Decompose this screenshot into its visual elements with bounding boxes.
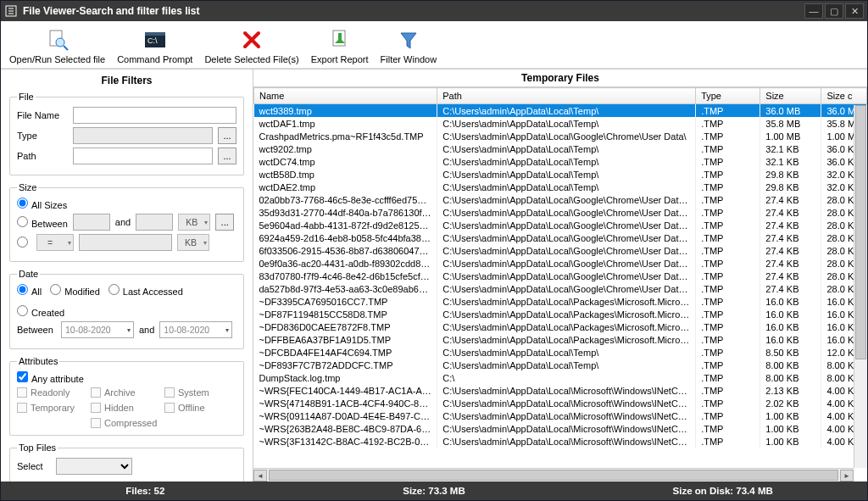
topfiles-select[interactable] [56, 458, 132, 475]
export-report-label: Export Report [311, 54, 369, 64]
any-attribute-checkbox[interactable]: Any attribute [17, 374, 84, 384]
table-row[interactable]: 35d93d31-2770-44df-840a-b7a786130f1f.tmp… [254, 206, 867, 219]
size-unit-select[interactable]: KB [178, 214, 210, 231]
cell-size: 27.4 KB [760, 282, 821, 295]
table-row[interactable]: 0e9f0a36-ac20-4431-a0db-f89302cdd86c.tmp… [254, 257, 867, 270]
table-row[interactable]: 6f033506-2915-4536-8b87-d63806047592.tmp… [254, 244, 867, 257]
system-checkbox[interactable]: System [164, 387, 236, 398]
horizontal-scrollbar[interactable]: ◄ ► [253, 468, 854, 482]
cell-name: ~WRS{09114A87-D0AD-4E4E-B497-C7FD4EF... [254, 409, 437, 422]
all-sizes-radio[interactable]: All Sizes [17, 198, 67, 210]
table-row[interactable]: 02a0bb73-7768-46c5-8e3e-ccfff6ed752c.tmp… [254, 193, 867, 206]
cell-name: DumpStack.log.tmp [254, 371, 437, 384]
date-all-radio[interactable]: All [17, 284, 42, 297]
cell-name: wctDC74.tmp [254, 155, 437, 168]
minimize-button[interactable]: — [804, 3, 823, 19]
size-to-input[interactable] [136, 214, 173, 231]
path-browse-button[interactable]: ... [218, 148, 236, 164]
date-modified-radio[interactable]: Modified [50, 284, 100, 297]
table-row[interactable]: 83d70780-f7f9-4c46-8e42-d6b15cfe5cf6.tmp… [254, 270, 867, 282]
table-row[interactable]: ~DF87F1194815CC58D8.TMPC:\Users\admin\Ap… [254, 308, 867, 320]
cell-size: 2.02 KB [760, 397, 821, 409]
offline-checkbox[interactable]: Offline [164, 403, 236, 413]
table-row[interactable]: CrashpadMetrics.pma~RF1f43c5d.TMPC:\User… [254, 130, 867, 142]
close-button[interactable]: ✕ [845, 3, 864, 19]
table-row[interactable]: DumpStack.log.tmpC:\.TMP8.00 KB8.00 K [254, 371, 867, 384]
compare-value-input[interactable] [79, 234, 172, 251]
table-row[interactable]: 6924a459-2d16-4eb8-b058-5fc44bfa38d5.tmp… [254, 231, 867, 244]
maximize-button[interactable]: ▢ [825, 3, 843, 19]
compressed-checkbox[interactable]: Compressed [91, 418, 163, 428]
col-size-header[interactable]: Size [760, 88, 821, 104]
table-row[interactable]: ~DF893F7C7B72ADDCFC.TMPC:\Users\admin\Ap… [254, 359, 867, 371]
table-row[interactable]: ~DFCBDA4FE14AF4C694.TMPC:\Users\admin\Ap… [254, 346, 867, 359]
col-type-header[interactable]: Type [696, 88, 760, 104]
titlebar[interactable]: File Viewer-Search and filter files list… [1, 1, 867, 21]
table-row[interactable]: wctDAF1.tmpC:\Users\admin\AppData\Local\… [254, 117, 867, 130]
col-name-header[interactable]: Name [254, 88, 437, 104]
compare-unit-select[interactable]: KB [177, 234, 209, 251]
svg-line-6 [64, 46, 68, 50]
table-row[interactable]: ~WRS{09114A87-D0AD-4E4E-B497-C7FD4EF...C… [254, 409, 867, 422]
archive-checkbox[interactable]: Archive [91, 387, 163, 398]
cell-path: C:\Users\admin\AppData\Local\Google\Chro… [437, 193, 696, 206]
temporary-checkbox[interactable]: Temporary [17, 403, 89, 413]
size-from-input[interactable] [73, 214, 110, 231]
cell-path: C:\Users\admin\AppData\Local\Google\Chro… [437, 244, 696, 257]
type-browse-button[interactable]: ... [218, 127, 236, 144]
command-prompt-button[interactable]: C:\ Command Prompt [114, 25, 196, 66]
open-run-button[interactable]: Open/Run Selected file [6, 25, 108, 66]
export-report-button[interactable]: Export Report [308, 25, 372, 66]
cell-size: 1.00 KB [760, 422, 821, 435]
hidden-checkbox[interactable]: Hidden [91, 403, 163, 413]
table-area: Temporary Files Name Path Type Size Size… [253, 70, 867, 482]
date-lastaccessed-radio[interactable]: Last Accessed [108, 284, 183, 297]
cell-type: .TMP [696, 282, 760, 295]
scroll-right-arrow-icon[interactable]: ► [840, 470, 854, 482]
table-row[interactable]: ~WRS{3F13142C-B8AC-4192-BC2B-065FBF0...C… [254, 435, 867, 448]
table-row[interactable]: wctDAE2.tmpC:\Users\admin\AppData\Local\… [254, 181, 867, 193]
table-row[interactable]: 5e9604ad-4abb-4131-872f-d9d2e8125815.tmp… [254, 219, 867, 231]
table-row[interactable]: ~WRS{263B2A48-BE8C-4BC9-87DA-61CBD...C:\… [254, 422, 867, 435]
table-row[interactable]: ~DFD836D0CAEE7872F8.TMPC:\Users\admin\Ap… [254, 320, 867, 333]
cell-size: 8.00 KB [760, 359, 821, 371]
cell-name: wctDAF1.tmp [254, 117, 437, 130]
cell-size: 27.4 KB [760, 257, 821, 270]
table-row[interactable]: da527b8d-97f3-4e53-aa63-3c0e89ab6587.tmp… [254, 282, 867, 295]
table-row[interactable]: ~WRS{FEC140CA-1449-4B17-AC1A-A4F226...C:… [254, 384, 867, 397]
cell-size: 36.0 MB [760, 104, 821, 118]
path-input[interactable] [73, 148, 213, 164]
cell-type: .TMP [696, 130, 760, 142]
filename-input[interactable] [73, 107, 236, 124]
cell-type: .TMP [696, 104, 760, 118]
between-sizes-radio[interactable]: Between [17, 216, 68, 229]
table-row[interactable]: wct9389.tmpC:\Users\admin\AppData\Local\… [254, 104, 867, 118]
table-row[interactable]: wctB58D.tmpC:\Users\admin\AppData\Local\… [254, 168, 867, 181]
table-row[interactable]: ~WRS{47148B91-1ACB-4CF4-940C-82BF18E...C… [254, 397, 867, 409]
delete-selected-button[interactable]: Delete Selected File(s) [201, 25, 302, 66]
date-to-input[interactable]: 10-08-2020 [159, 321, 232, 338]
col-sod-header[interactable]: Size c [821, 88, 867, 104]
table-row[interactable]: ~DFFBEA6A37BF1A91D5.TMPC:\Users\admin\Ap… [254, 333, 867, 346]
command-prompt-label: Command Prompt [117, 54, 192, 64]
col-path-header[interactable]: Path [437, 88, 696, 104]
date-created-radio[interactable]: Created [17, 305, 64, 318]
filter-window-button[interactable]: Filter Window [377, 25, 441, 66]
cell-name: ~DFCBDA4FE14AF4C694.TMP [254, 346, 437, 359]
compare-radio[interactable] [17, 237, 31, 249]
scroll-left-arrow-icon[interactable]: ◄ [253, 470, 267, 482]
table-row[interactable]: ~DF3395CA7695016CC7.TMPC:\Users\admin\Ap… [254, 295, 867, 308]
table-row[interactable]: wct9202.tmpC:\Users\admin\AppData\Local\… [254, 142, 867, 155]
size-more-button[interactable]: ... [215, 214, 234, 231]
type-input[interactable] [73, 127, 213, 144]
compare-op-select[interactable]: = [36, 234, 74, 251]
table-row[interactable]: wctDC74.tmpC:\Users\admin\AppData\Local\… [254, 155, 867, 168]
date-from-input[interactable]: 10-08-2020 [61, 321, 134, 338]
attr-fieldset: Attributes Any attribute Readonly Archiv… [9, 356, 244, 436]
readonly-checkbox[interactable]: Readonly [17, 387, 89, 398]
export-document-icon [326, 26, 353, 53]
cell-type: .TMP [696, 206, 760, 219]
path-label: Path [17, 151, 68, 161]
vertical-scrollbar[interactable] [854, 105, 867, 468]
files-table[interactable]: Name Path Type Size Size c wct9389.tmpC:… [253, 87, 867, 448]
